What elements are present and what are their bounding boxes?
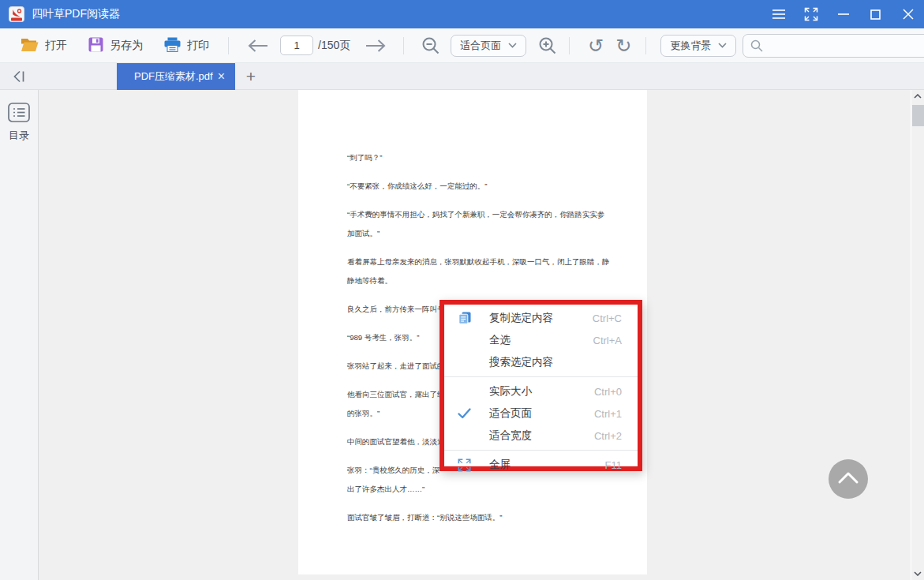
print-label: 打印 bbox=[187, 39, 209, 53]
toc-list-icon[interactable] bbox=[8, 103, 30, 125]
no-icon bbox=[458, 429, 471, 443]
tabbar: PDF压缩素材.pdf × + bbox=[0, 63, 924, 90]
save-as-button[interactable]: 另存为 bbox=[88, 37, 143, 54]
menu-item-label: 实际大小 bbox=[489, 384, 532, 399]
menu-item-label: 适合宽度 bbox=[489, 428, 532, 443]
chevron-down-icon bbox=[718, 43, 727, 48]
fullscreen-icon[interactable] bbox=[795, 0, 827, 28]
paragraph: 看着屏幕上母亲发来的消息，张羽默默收起手机，深吸一口气，闭上了眼睛，静静地等待着… bbox=[347, 253, 647, 290]
rotate-right-icon[interactable]: ↻ bbox=[615, 35, 631, 57]
menu-item-label: 适合页面 bbox=[489, 406, 532, 421]
new-tab-button[interactable]: + bbox=[241, 66, 260, 87]
zoom-out-icon[interactable] bbox=[421, 36, 440, 55]
menu-item-actual-size[interactable]: 实际大小Ctrl+0 bbox=[444, 380, 638, 402]
no-icon bbox=[458, 334, 471, 347]
sidebar: 目录 bbox=[0, 90, 39, 580]
paragraph: “不要紧张，你成绩这么好，一定能过的。” bbox=[347, 177, 647, 196]
background-dropdown[interactable]: 更换背景 bbox=[660, 35, 736, 57]
menu-item-search-selection[interactable]: 搜索选定内容 bbox=[444, 351, 638, 373]
save-as-label: 另存为 bbox=[110, 39, 143, 53]
vertical-scrollbar[interactable] bbox=[911, 90, 924, 580]
next-page-arrow-icon[interactable] bbox=[365, 39, 386, 53]
app-title: 四叶草PDF阅读器 bbox=[32, 7, 120, 21]
paragraph: “到了吗？” bbox=[347, 148, 647, 167]
menu-item-fit-width[interactable]: 适合宽度Ctrl+2 bbox=[444, 425, 638, 447]
menu-icon[interactable] bbox=[762, 0, 795, 28]
menu-item-shortcut: F11 bbox=[605, 459, 622, 471]
tab-active[interactable]: PDF压缩素材.pdf × bbox=[117, 63, 235, 90]
scroll-down-icon[interactable] bbox=[911, 571, 924, 576]
rotate-left-icon[interactable]: ↺ bbox=[588, 35, 604, 57]
text-line: 加面试。” bbox=[347, 224, 647, 243]
chevron-up-icon bbox=[835, 469, 862, 489]
menu-item-label: 搜索选定内容 bbox=[489, 355, 553, 369]
check-icon bbox=[458, 407, 471, 421]
chevron-down-icon bbox=[508, 43, 517, 48]
menu-item-shortcut: Ctrl+0 bbox=[594, 386, 622, 398]
search-input[interactable] bbox=[768, 39, 924, 51]
toolbar-separator bbox=[569, 37, 570, 54]
content-area: “到了吗？”“不要紧张，你成绩这么好，一定能过的。”“手术费的事情不用担心，妈找… bbox=[39, 90, 911, 580]
back-to-top-button[interactable] bbox=[829, 459, 868, 499]
background-value: 更换背景 bbox=[670, 39, 711, 53]
page-number-input[interactable] bbox=[280, 36, 313, 55]
toc-label: 目录 bbox=[0, 129, 38, 143]
tab-close-icon[interactable]: × bbox=[218, 70, 225, 83]
context-menu: 复制选定内容Ctrl+C全选Ctrl+A搜索选定内容实际大小Ctrl+0适合页面… bbox=[444, 305, 638, 476]
menu-item-shortcut: Ctrl+2 bbox=[594, 430, 622, 442]
open-button[interactable]: 打开 bbox=[21, 37, 67, 54]
menu-item-shortcut: Ctrl+A bbox=[593, 335, 622, 346]
scrollbar-thumb[interactable] bbox=[912, 105, 924, 126]
menu-item-full-screen[interactable]: 全屏F11 bbox=[444, 454, 638, 476]
maximize-icon[interactable] bbox=[859, 0, 892, 28]
no-icon bbox=[458, 356, 471, 369]
text-line: “不要紧张，你成绩这么好，一定能过的。” bbox=[347, 177, 647, 196]
text-line: 出了许多杰出人才……” bbox=[347, 480, 647, 499]
open-label: 打开 bbox=[45, 39, 67, 53]
menu-item-shortcut: Ctrl+C bbox=[593, 312, 622, 324]
text-line: 面试官皱了皱眉，打断道：“别说这些场面话。” bbox=[347, 508, 647, 527]
search-box[interactable] bbox=[743, 34, 924, 58]
fit-mode-dropdown[interactable]: 适合页面 bbox=[451, 35, 526, 57]
menu-item-label: 复制选定内容 bbox=[489, 311, 553, 325]
text-line: 看着屏幕上母亲发来的消息，张羽默默收起手机，深吸一口气，闭上了眼睛，静 bbox=[347, 253, 647, 271]
search-icon bbox=[750, 39, 763, 52]
text-line: “到了吗？” bbox=[347, 148, 647, 167]
tab-label: PDF压缩素材.pdf bbox=[134, 69, 218, 84]
minimize-icon[interactable] bbox=[827, 0, 859, 28]
menu-item-select-all[interactable]: 全选Ctrl+A bbox=[444, 329, 638, 351]
scroll-up-icon[interactable] bbox=[911, 94, 924, 99]
app-pdf-icon bbox=[9, 6, 24, 22]
window-controls bbox=[762, 0, 924, 28]
copy-icon bbox=[458, 312, 471, 325]
toolbar-separator bbox=[228, 37, 229, 54]
floppy-save-icon bbox=[88, 37, 103, 54]
text-line: 静地等待着。 bbox=[347, 271, 647, 290]
titlebar: 四叶草PDF阅读器 bbox=[0, 0, 924, 28]
menu-item-label: 全选 bbox=[489, 333, 511, 347]
page-total-label: /150页 bbox=[318, 39, 350, 53]
toolbar: 打开 另存为 打印 /150页 bbox=[0, 28, 924, 63]
close-icon[interactable] bbox=[892, 0, 924, 28]
zoom-in-icon[interactable] bbox=[538, 36, 557, 55]
menu-item-shortcut: Ctrl+1 bbox=[594, 408, 622, 420]
menu-separator bbox=[444, 376, 638, 377]
open-folder-icon bbox=[21, 37, 39, 54]
menu-item-fit-page[interactable]: 适合页面Ctrl+1 bbox=[444, 402, 638, 425]
red-highlight-box: 复制选定内容Ctrl+C全选Ctrl+A搜索选定内容实际大小Ctrl+0适合页面… bbox=[440, 300, 642, 471]
fullscreen-icon bbox=[458, 458, 471, 472]
paragraph: “手术费的事情不用担心，妈找了个新兼职，一定会帮你凑齐的，你踏踏实实参加面试。” bbox=[347, 205, 647, 243]
toolbar-separator bbox=[403, 37, 404, 54]
printer-icon bbox=[164, 37, 181, 54]
text-line: “手术费的事情不用担心，妈找了个新兼职，一定会帮你凑齐的，你踏踏实实参 bbox=[347, 205, 647, 224]
paragraph: 面试官皱了皱眉，打断道：“别说这些场面话。” bbox=[347, 508, 647, 527]
fit-mode-value: 适合页面 bbox=[460, 39, 501, 53]
tab-scroll-left-icon[interactable] bbox=[12, 69, 26, 87]
menu-separator bbox=[444, 450, 638, 451]
main-area: 目录 “到了吗？”“不要紧张，你成绩这么好，一定能过的。”“手术费的事情不用担心… bbox=[0, 90, 924, 580]
menu-item-copy-selection[interactable]: 复制选定内容Ctrl+C bbox=[444, 307, 638, 329]
print-button[interactable]: 打印 bbox=[164, 37, 209, 54]
menu-item-label: 全屏 bbox=[489, 458, 511, 472]
prev-page-arrow-icon[interactable] bbox=[248, 39, 268, 53]
toolbar-separator bbox=[645, 37, 646, 54]
